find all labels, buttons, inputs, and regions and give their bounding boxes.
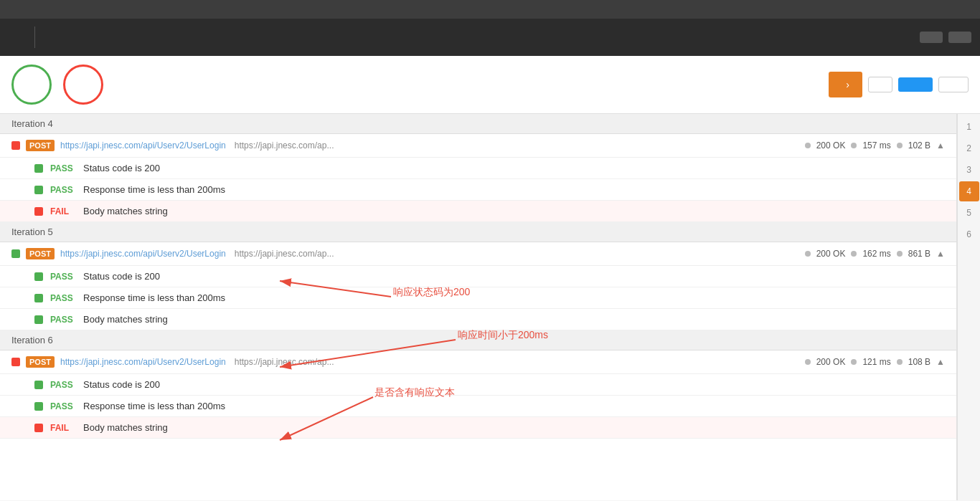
test-row: PASSBody matches string [0, 309, 956, 330]
request-meta: 200 OK 162 ms 861 B ▲ [805, 249, 945, 259]
test-row: PASSResponse time is less than 200ms [0, 287, 956, 309]
request-url: https://japi.jnesc.com/api/Userv2/UserLo… [60, 357, 226, 367]
test-result-label: PASS [50, 380, 76, 390]
test-row: PASSStatus code is 200 [0, 266, 956, 287]
test-status-dot [34, 186, 43, 194]
sidebar-num-3[interactable]: 3 [959, 160, 979, 180]
meta-dot [805, 251, 811, 257]
sub-header-actions: › [829, 72, 969, 97]
test-result-label: PASS [50, 401, 76, 411]
menu-bar [0, 0, 980, 19]
meta-dot [851, 143, 857, 148]
test-status-dot [34, 402, 43, 411]
test-name: Response time is less than 200ms [83, 292, 225, 303]
sub-header: › [0, 56, 980, 114]
test-result-label: PASS [50, 293, 76, 303]
request-url: https://japi.jnesc.com/api/Userv2/UserLo… [60, 249, 226, 259]
chevron-right-icon: › [846, 79, 849, 90]
response-size: 102 B [908, 140, 930, 151]
run-in-command-line-button[interactable] [920, 32, 943, 43]
test-status-dot [34, 294, 43, 302]
test-result-label: FAIL [50, 423, 76, 433]
method-badge: POST [26, 356, 55, 368]
test-name: Body matches string [83, 422, 168, 433]
test-row: FAILBody matches string [0, 201, 956, 222]
method-badge: POST [26, 140, 55, 151]
top-bar-divider [34, 27, 35, 48]
test-name: Status code is 200 [83, 379, 160, 390]
sidebar-num-6[interactable]: 6 [959, 224, 979, 244]
chevron-up-icon: ▲ [936, 357, 945, 367]
response-time: 121 ms [862, 357, 890, 367]
meta-dot [897, 251, 903, 257]
test-result-label: PASS [50, 185, 76, 195]
request-meta: 200 OK 157 ms 102 B ▲ [805, 140, 945, 151]
retry-button[interactable] [898, 77, 933, 92]
status-code: 200 OK [816, 140, 846, 151]
sidebar-num-1[interactable]: 1 [959, 117, 979, 137]
meta-dot [805, 143, 811, 148]
test-status-dot [34, 315, 43, 324]
test-row: FAILBody matches string [0, 417, 956, 439]
status-code: 200 OK [816, 249, 846, 259]
test-status-dot [34, 272, 43, 281]
export-results-button[interactable] [868, 77, 892, 92]
test-result-label: PASS [50, 272, 76, 282]
docs-button[interactable] [948, 32, 971, 43]
test-status-dot [34, 381, 43, 389]
response-time: 162 ms [862, 249, 890, 259]
iteration-header-4: Iteration 4 [0, 114, 956, 134]
test-name: Body matches string [83, 314, 168, 325]
meta-dot [851, 251, 857, 257]
sidebar-num-4[interactable]: 4 [959, 181, 979, 201]
request-url-short: https://japi.jnesc.com/ap... [235, 249, 334, 259]
top-bar-actions [920, 32, 971, 43]
test-row: PASSStatus code is 200 [0, 158, 956, 179]
request-meta: 200 OK 121 ms 108 B ▲ [805, 357, 945, 367]
response-size: 108 B [908, 357, 930, 367]
results-panel: Iteration 4POSThttps://japi.jnesc.com/ap… [0, 114, 957, 500]
request-url-short: https://japi.jnesc.com/ap... [235, 357, 334, 367]
test-result-label: PASS [50, 315, 76, 325]
test-row: PASSStatus code is 200 [0, 374, 956, 396]
test-row: PASSResponse time is less than 200ms [0, 396, 956, 417]
iteration-header-5: Iteration 5 [0, 222, 956, 242]
passed-badge [11, 65, 52, 105]
request-row[interactable]: POSThttps://japi.jnesc.com/api/Userv2/Us… [0, 350, 956, 374]
test-name: Response time is less than 200ms [83, 184, 225, 195]
meta-dot [897, 143, 903, 148]
sidebar-num-5[interactable]: 5 [959, 203, 979, 223]
sidebar-numbers: 123456 [957, 114, 980, 500]
request-status-dot [11, 358, 20, 366]
request-status-dot [11, 141, 20, 150]
meta-dot [851, 359, 857, 365]
request-url-short: https://japi.jnesc.com/ap... [235, 140, 334, 151]
test-result-label: FAIL [50, 206, 76, 216]
test-name: Body matches string [83, 206, 168, 216]
test-row: PASSResponse time is less than 200ms [0, 179, 956, 201]
run-summary-button[interactable]: › [829, 72, 862, 97]
response-size: 861 B [908, 249, 930, 259]
request-status-dot [11, 249, 20, 258]
meta-dot [897, 359, 903, 365]
main-content: Iteration 4POSThttps://japi.jnesc.com/ap… [0, 114, 980, 500]
failed-badge [63, 65, 103, 105]
test-status-dot [34, 207, 43, 216]
meta-dot [805, 359, 811, 365]
request-row[interactable]: POSThttps://japi.jnesc.com/api/Userv2/Us… [0, 242, 956, 266]
request-row[interactable]: POSThttps://japi.jnesc.com/api/Userv2/Us… [0, 134, 956, 158]
status-code: 200 OK [816, 357, 846, 367]
test-name: Response time is less than 200ms [83, 401, 225, 411]
test-status-dot [34, 164, 43, 173]
test-name: Status code is 200 [83, 271, 160, 282]
response-time: 157 ms [862, 140, 890, 151]
request-url: https://japi.jnesc.com/api/Userv2/UserLo… [60, 140, 226, 151]
new-button[interactable] [938, 77, 969, 92]
chevron-up-icon: ▲ [936, 140, 945, 151]
test-name: Status code is 200 [83, 163, 160, 173]
test-result-label: PASS [50, 163, 76, 173]
chevron-up-icon: ▲ [936, 249, 945, 259]
sidebar-num-2[interactable]: 2 [959, 138, 979, 158]
iteration-header-6: Iteration 6 [0, 330, 956, 350]
method-badge: POST [26, 248, 55, 259]
